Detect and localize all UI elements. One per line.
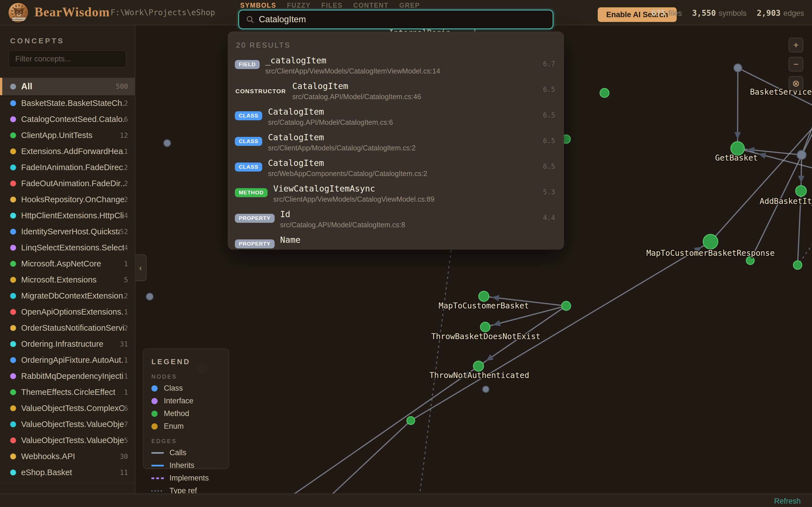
concept-item[interactable]: HooksRepository.OnChange...2	[0, 191, 135, 208]
result-file-path: src/ClientApp/Models/Catalog/CatalogItem…	[268, 144, 416, 152]
filter-concepts-input[interactable]	[8, 50, 126, 68]
result-row[interactable]: CONSTRUCTORCatalogItemsrc/Catalog.API/Mo…	[228, 78, 564, 104]
concept-label: ClientApp.UnitTests	[21, 131, 120, 140]
result-row[interactable]: CLASSCatalogItemsrc/Catalog.API/Model/Ca…	[228, 104, 564, 129]
concept-color-dot	[10, 245, 16, 251]
concept-item[interactable]: ValueObjectTests.ComplexO...6	[0, 400, 135, 416]
result-score: 6.5	[543, 86, 555, 94]
result-symbol-name: CatalogItem	[268, 132, 416, 142]
legend-dot	[151, 411, 158, 417]
concept-color-dot	[10, 100, 16, 106]
concept-color-dot	[10, 438, 16, 443]
concept-item[interactable]: Ordering.Infrastructure31	[0, 336, 135, 352]
result-rows: FIELD_catalogItemsrc/ClientApp/ViewModel…	[228, 53, 564, 249]
concept-item[interactable]: All500	[0, 78, 135, 95]
result-row[interactable]: FIELD_catalogItemsrc/ClientApp/ViewModel…	[228, 53, 564, 78]
graph-node-green[interactable]	[703, 234, 718, 249]
graph-node-green[interactable]	[794, 261, 802, 269]
graph-edge	[411, 242, 711, 420]
concept-item[interactable]: IdentityServerHost.Quickstart52	[0, 224, 135, 240]
chevron-left-icon: ‹	[139, 263, 142, 273]
result-score: 6.5	[543, 137, 555, 145]
result-row[interactable]: CLASSCatalogItemsrc/WebAppComponents/Cat…	[228, 155, 564, 181]
legend-node-items: ClassInterfaceMethodEnum	[151, 384, 221, 431]
symbol-search-box	[238, 10, 553, 29]
result-main: Name	[280, 235, 301, 246]
graph-node-green[interactable]	[796, 186, 806, 196]
result-row[interactable]: PROPERTYIdsrc/Catalog.API/Model/CatalogI…	[228, 207, 564, 232]
project-path: F:\Work\Projects\eShop	[110, 8, 215, 17]
concept-count: 31	[120, 340, 128, 348]
graph-node-gray[interactable]	[164, 140, 170, 147]
graph-node-green[interactable]	[479, 291, 489, 301]
result-row[interactable]: CLASSCatalogItemsrc/ClientApp/Models/Cat…	[228, 129, 564, 155]
sidebar-collapse-button[interactable]: ‹	[135, 255, 147, 281]
result-symbol-name: CatalogItem	[292, 81, 421, 91]
concept-item[interactable]: ValueObjectTests.ValueObje...5	[0, 432, 135, 448]
legend-title: LEGEND	[151, 357, 221, 366]
refresh-link[interactable]: Refresh	[774, 497, 801, 506]
concept-item[interactable]: FadeInAnimation.FadeDirec...2	[0, 159, 135, 175]
concept-item[interactable]: BasketState.BasketStateCh...2	[0, 95, 135, 111]
graph-node-gray[interactable]	[483, 386, 489, 392]
concept-label: FadeOutAnimation.FadeDir...	[21, 179, 124, 188]
graph-node-green[interactable]	[407, 416, 415, 425]
concept-color-dot	[10, 325, 16, 331]
concept-item[interactable]: Extensions.AddForwardHea...1	[0, 144, 135, 159]
stat-value: 3,550	[692, 8, 716, 18]
result-file-path: src/Catalog.API/Model/CatalogItem.cs:46	[292, 93, 421, 101]
concept-item[interactable]: HttpClientExtensions.HttpCli...4	[0, 208, 135, 224]
concept-item[interactable]: Webhooks.API30	[0, 448, 135, 464]
graph-node-label: GetBasket	[715, 153, 758, 163]
graph-edge	[275, 366, 478, 494]
concept-item[interactable]: OrderingApiFixture.AutoAut...1	[0, 352, 135, 368]
graph-node-green[interactable]	[600, 89, 609, 98]
graph-node-green[interactable]	[480, 322, 490, 332]
concept-label: RabbitMqDependencyInjecti...	[21, 372, 124, 381]
concept-count: 1	[124, 148, 128, 156]
concept-color-dot	[10, 132, 16, 138]
clear-graph-button[interactable]: ⊗	[789, 76, 803, 91]
graph-node-gray[interactable]	[146, 293, 153, 300]
concept-label: OrderStatusNotificationServi...	[21, 323, 124, 333]
graph-node-green[interactable]	[562, 301, 571, 311]
concept-item[interactable]: ThemeEffects.CircleEffect1	[0, 384, 135, 400]
concept-item[interactable]: eShop.Basket11	[0, 464, 135, 481]
edge-arrowhead	[486, 354, 494, 361]
graph-node-label: MapToCustomerBasket	[439, 301, 529, 311]
graph-node-label: MapToCustomerBasketResponse	[646, 248, 774, 258]
concept-label: BasketState.BasketStateCh...	[21, 99, 124, 108]
stat-value: 2,903	[757, 8, 780, 18]
concept-color-dot	[10, 309, 16, 315]
concept-item[interactable]: Microsoft.AspNetCore1	[0, 256, 135, 272]
concept-item[interactable]: FadeOutAnimation.FadeDir...2	[0, 175, 135, 191]
legend-label: Interface	[164, 397, 193, 405]
concept-item[interactable]: OrderStatusNotificationServi...2	[0, 320, 135, 336]
graph-node-green[interactable]	[746, 257, 754, 265]
concept-item[interactable]: ValueObjectTests.ValueObje...7	[0, 416, 135, 432]
result-row[interactable]: METHODViewCatalogItemAsyncsrc/ClientApp/…	[228, 181, 564, 207]
concept-color-dot	[10, 180, 16, 186]
concept-item[interactable]: OpenApiOptionsExtensions....1	[0, 304, 135, 320]
concept-label: Microsoft.AspNetCore	[21, 259, 124, 269]
concept-item[interactable]: RabbitMqDependencyInjecti...1	[0, 368, 135, 384]
concept-item[interactable]: MigrateDbContextExtension...2	[0, 288, 135, 304]
graph-node-green[interactable]	[473, 361, 484, 371]
graph-node-gray[interactable]	[797, 151, 806, 159]
concept-label: Ordering.Infrastructure	[21, 339, 120, 349]
concept-list: All500BasketState.BasketStateCh...2Catal…	[0, 78, 135, 481]
concept-count: 2	[124, 164, 128, 172]
graph-node-gray[interactable]	[734, 64, 742, 72]
search-input[interactable]	[259, 14, 546, 24]
result-row[interactable]: PROPERTYName	[228, 232, 564, 249]
legend-edge-calls: Calls	[151, 448, 221, 457]
concept-item[interactable]: Microsoft.Extensions5	[0, 272, 135, 288]
zoom-in-button[interactable]: +	[789, 38, 803, 52]
legend-dot	[151, 398, 158, 404]
zoom-out-button[interactable]: −	[789, 57, 803, 71]
concept-color-dot	[10, 453, 16, 459]
concept-item[interactable]: ClientApp.UnitTests12	[0, 127, 135, 144]
result-file-path: src/ClientApp/ViewModels/CatalogViewMode…	[273, 195, 435, 203]
concept-item[interactable]: CatalogContextSeed.Catalo...6	[0, 111, 135, 127]
concept-item[interactable]: LinqSelectExtensions.Select...4	[0, 240, 135, 256]
